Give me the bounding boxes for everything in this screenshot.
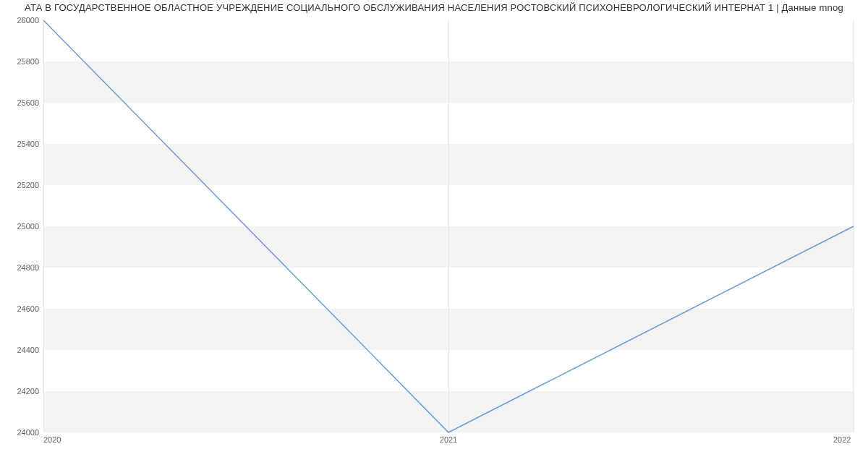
y-tick-label: 25800 (3, 57, 39, 66)
y-tick-label: 25400 (3, 140, 39, 148)
x-tick-label: 2022 (833, 435, 851, 444)
y-tick-label: 24800 (3, 263, 39, 272)
y-tick-label: 24200 (3, 387, 39, 396)
line-chart: АТА В ГОСУДАРСТВЕННОЕ ОБЛАСТНОЕ УЧРЕЖДЕН… (0, 0, 868, 470)
gridline-vertical (854, 20, 854, 432)
data-line (43, 20, 854, 432)
x-tick-label: 2021 (440, 435, 457, 444)
x-tick-label: 2020 (43, 435, 61, 444)
y-tick-label: 25000 (3, 222, 39, 231)
chart-svg (43, 20, 854, 432)
y-tick-label: 24400 (3, 346, 39, 354)
y-tick-label: 26000 (3, 16, 39, 25)
y-tick-label: 25600 (3, 98, 39, 107)
chart-title: АТА В ГОСУДАРСТВЕННОЕ ОБЛАСТНОЕ УЧРЕЖДЕН… (0, 0, 868, 16)
y-tick-label: 25200 (3, 181, 39, 189)
plot-area (43, 20, 854, 432)
y-tick-label: 24000 (3, 428, 39, 437)
y-tick-label: 24600 (3, 304, 39, 313)
